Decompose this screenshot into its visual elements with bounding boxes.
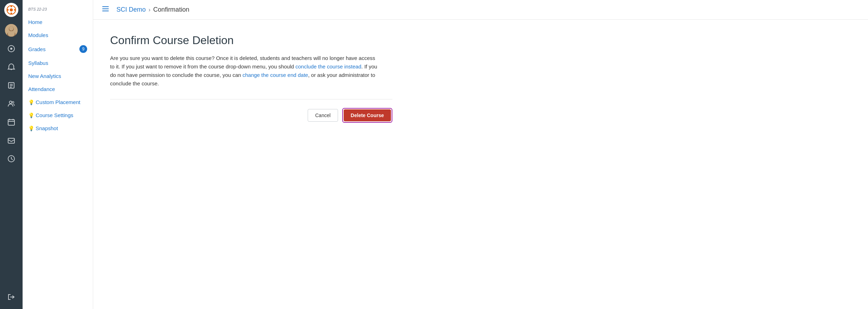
delete-course-button[interactable]: Delete Course <box>344 109 391 121</box>
svg-point-10 <box>8 31 15 37</box>
commons-icon[interactable] <box>3 40 20 57</box>
bulb-icon-snapshot: 💡 <box>28 126 34 131</box>
user-avatar <box>5 24 18 37</box>
svg-point-5 <box>14 9 15 11</box>
svg-line-26 <box>11 159 13 160</box>
svg-point-17 <box>10 101 12 104</box>
svg-rect-23 <box>8 138 14 143</box>
alerts-icon[interactable] <box>3 59 20 75</box>
svg-point-2 <box>11 6 12 7</box>
bulb-icon-settings: 💡 <box>28 113 34 118</box>
svg-point-3 <box>11 12 12 14</box>
nav-item-grades[interactable]: Grades 9 <box>23 42 93 56</box>
course-label: BTS 22-23 <box>23 4 93 16</box>
bulb-icon-custom: 💡 <box>28 99 34 105</box>
calendar-global-icon[interactable] <box>3 114 20 131</box>
delete-button-wrapper: Delete Course <box>342 108 392 123</box>
nav-item-course-settings[interactable]: 💡 Course Settings <box>23 109 93 122</box>
canvas-logo[interactable] <box>4 3 18 17</box>
cancel-button[interactable]: Cancel <box>308 109 338 122</box>
nav-item-home[interactable]: Home <box>23 16 93 29</box>
grades-badge: 9 <box>79 45 87 53</box>
logout-global-icon[interactable] <box>3 289 20 305</box>
svg-point-1 <box>10 8 13 12</box>
nav-item-custom-placement[interactable]: 💡 Custom Placement <box>23 96 93 109</box>
nav-item-syllabus[interactable]: Syllabus <box>23 56 93 69</box>
nav-item-new-analytics[interactable]: New Analytics <box>23 69 93 83</box>
inbox-global-icon[interactable] <box>3 132 20 149</box>
breadcrumb-separator: › <box>149 7 150 13</box>
course-nav: BTS 22-23 Home Modules Grades 9 Syllabus… <box>23 0 93 309</box>
svg-point-18 <box>12 102 14 103</box>
conclude-course-link[interactable]: conclude the course instead <box>295 63 361 69</box>
menu-toggle[interactable] <box>102 5 109 14</box>
main-wrapper: SCI Demo › Confirmation Confirm Course D… <box>93 0 868 309</box>
nav-item-snapshot[interactable]: 💡 Snapshot <box>23 122 93 135</box>
clock-global-icon[interactable] <box>3 150 20 167</box>
content-divider <box>110 99 392 99</box>
svg-rect-19 <box>8 120 14 125</box>
topbar: SCI Demo › Confirmation <box>93 0 868 20</box>
change-end-date-link[interactable]: change the course end date <box>242 72 308 78</box>
breadcrumb: SCI Demo › Confirmation <box>116 6 189 13</box>
confirm-title: Confirm Course Deletion <box>110 34 851 47</box>
grades-global-icon[interactable] <box>3 77 20 94</box>
confirm-body: Are you sure you want to delete this cou… <box>110 54 378 88</box>
svg-point-4 <box>7 9 8 11</box>
action-row: Cancel Delete Course <box>110 108 392 123</box>
breadcrumb-current: Confirmation <box>153 6 189 13</box>
global-nav <box>0 0 23 309</box>
svg-point-9 <box>9 26 13 31</box>
avatar-nav-item[interactable] <box>3 22 20 39</box>
breadcrumb-link[interactable]: SCI Demo <box>116 6 146 13</box>
nav-item-attendance[interactable]: Attendance <box>23 83 93 96</box>
svg-point-12 <box>10 48 12 50</box>
main-content: Confirm Course Deletion Are you sure you… <box>93 20 868 309</box>
people-global-icon[interactable] <box>3 95 20 112</box>
nav-item-modules[interactable]: Modules <box>23 29 93 42</box>
